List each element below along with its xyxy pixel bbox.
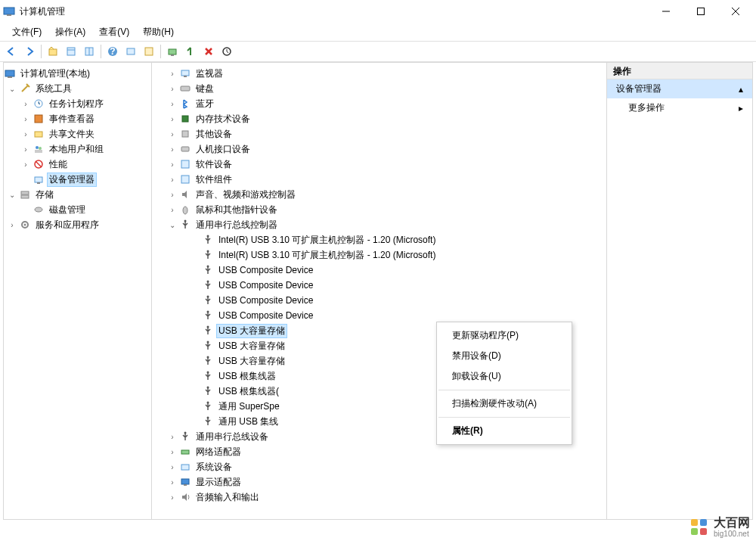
svg-point-56: [207, 356, 209, 359]
expander-icon[interactable]: ›: [167, 98, 178, 109]
device-memory[interactable]: ›内存技术设备: [152, 111, 606, 126]
toolbar-icon-a[interactable]: [122, 43, 139, 60]
clock-icon: [33, 98, 45, 110]
device-tree[interactable]: ›监视器›键盘›蓝牙›内存技术设备›其他设备›人机接口设备›软件设备›软件组件›…: [152, 63, 607, 519]
device-network[interactable]: ›网络适配器: [152, 444, 606, 459]
expander-icon[interactable]: ›: [167, 159, 178, 169]
device-monitor[interactable]: ›监视器: [152, 66, 606, 81]
expander-icon[interactable]: ›: [167, 446, 178, 457]
expander-icon[interactable]: ›: [167, 462, 178, 472]
usb-icon: [202, 325, 214, 337]
disk-management-node[interactable]: 磁盘管理: [4, 202, 151, 217]
device-usb_comp4[interactable]: ·USB Composite Device: [152, 308, 606, 323]
expander-icon[interactable]: ›: [167, 68, 178, 79]
device-bluetooth[interactable]: ›蓝牙: [152, 96, 606, 111]
device-usb_comp3[interactable]: ·USB Composite Device: [152, 293, 606, 308]
expander-icon[interactable]: ›: [20, 129, 31, 139]
device-usb_comp1[interactable]: ·USB Composite Device: [152, 263, 606, 278]
expander-icon[interactable]: ›: [167, 492, 178, 502]
device-audio_io[interactable]: ›音频输入和输出: [152, 490, 606, 505]
expander-icon[interactable]: ›: [20, 113, 31, 124]
actions-more[interactable]: 更多操作 ▸: [607, 98, 752, 117]
usb-icon: [202, 340, 214, 352]
menu-help[interactable]: 帮助(H): [137, 23, 180, 41]
refresh-button[interactable]: [218, 43, 235, 60]
svg-rect-69: [700, 528, 707, 535]
svg-rect-38: [181, 70, 189, 76]
actions-header: 操作: [607, 63, 752, 79]
enable-button[interactable]: [182, 43, 199, 60]
scan-button[interactable]: [164, 43, 181, 60]
device-other[interactable]: ›其他设备: [152, 126, 606, 141]
device-usb_intel1[interactable]: ·Intel(R) USB 3.10 可扩展主机控制器 - 1.20 (Micr…: [152, 232, 606, 247]
menu-file[interactable]: 文件(F): [6, 23, 48, 41]
expander-icon[interactable]: ⌄: [167, 219, 178, 230]
expander-icon[interactable]: ›: [20, 144, 31, 154]
usb-icon: [202, 355, 214, 367]
back-button[interactable]: [3, 43, 20, 60]
system-tools-node[interactable]: ⌄ 系统工具: [4, 81, 151, 96]
expander-icon[interactable]: ›: [7, 219, 17, 230]
device-usb_comp2[interactable]: ·USB Composite Device: [152, 278, 606, 293]
expander-icon[interactable]: ›: [167, 144, 178, 154]
device-mouse[interactable]: ›鼠标和其他指针设备: [152, 202, 606, 217]
services-node[interactable]: › 服务和应用程序: [4, 217, 151, 232]
maximize-button[interactable]: [683, 0, 718, 23]
keyboard-icon: [179, 82, 191, 95]
expander-icon[interactable]: ›: [167, 83, 178, 94]
list-button[interactable]: [81, 43, 98, 60]
expander-icon[interactable]: ⌄: [7, 189, 17, 200]
expander-icon[interactable]: ›: [167, 174, 178, 185]
sound-icon: [179, 188, 191, 201]
device-software_comp[interactable]: ›软件组件: [152, 172, 606, 187]
expander-icon[interactable]: ›: [20, 159, 31, 169]
usb-icon: [202, 294, 214, 306]
forward-button[interactable]: [21, 43, 38, 60]
local-users-node[interactable]: › 本地用户和组: [4, 141, 151, 157]
shared-folders-node[interactable]: › 共享文件夹: [4, 126, 151, 141]
device-keyboard[interactable]: ›键盘: [152, 81, 606, 96]
device-manager-node[interactable]: 设备管理器: [4, 172, 151, 187]
ctx-disable-device[interactable]: 禁用设备(D): [437, 346, 572, 366]
expander-icon[interactable]: ›: [167, 204, 178, 215]
event-viewer-node[interactable]: › 事件查看器: [4, 111, 151, 126]
svg-rect-7: [67, 48, 75, 55]
help-button[interactable]: ?: [104, 43, 121, 60]
task-scheduler-node[interactable]: › 任务计划程序: [4, 96, 151, 111]
minimize-button[interactable]: [649, 0, 683, 23]
device-sound[interactable]: ›声音、视频和游戏控制器: [152, 187, 606, 202]
ctx-scan-hardware[interactable]: 扫描检测硬件改动(A): [437, 393, 572, 414]
device-software_dev[interactable]: ›软件设备: [152, 157, 606, 172]
menu-view[interactable]: 查看(V): [93, 23, 135, 41]
expander-icon[interactable]: ›: [167, 189, 178, 200]
ctx-update-driver[interactable]: 更新驱动程序(P): [437, 325, 572, 346]
storage-node[interactable]: ⌄ 存储: [4, 187, 151, 202]
device-system[interactable]: ›系统设备: [152, 459, 606, 474]
up-button[interactable]: [45, 43, 61, 60]
device-usb_ctrl[interactable]: ⌄通用串行总线控制器: [152, 217, 606, 232]
ctx-uninstall-device[interactable]: 卸载设备(U): [437, 366, 572, 387]
expander-icon[interactable]: ⌄: [7, 83, 17, 94]
performance-node[interactable]: › 性能: [4, 157, 151, 172]
device-hid[interactable]: ›人机接口设备: [152, 141, 606, 157]
device-display[interactable]: ›显示适配器: [152, 474, 606, 490]
device-usb_intel2[interactable]: ·Intel(R) USB 3.10 可扩展主机控制器 - 1.20 (Micr…: [152, 247, 606, 263]
expander-icon[interactable]: ›: [167, 129, 178, 139]
toolbar-icon-b[interactable]: [141, 43, 157, 60]
root-node[interactable]: 计算机管理(本地): [4, 66, 151, 81]
ctx-properties[interactable]: 属性(R): [437, 421, 572, 441]
expander-icon[interactable]: ›: [20, 98, 31, 109]
hid-icon: [179, 143, 191, 155]
expander-icon[interactable]: ›: [167, 431, 178, 442]
menu-action[interactable]: 操作(A): [49, 23, 91, 41]
expander-icon[interactable]: ›: [167, 113, 178, 124]
svg-point-46: [183, 207, 187, 214]
chip-icon: [179, 113, 191, 125]
console-tree[interactable]: 计算机管理(本地) ⌄ 系统工具 › 任务计划程序 › 事件查看器 › 共享文件…: [4, 63, 152, 519]
close-button[interactable]: [718, 0, 753, 23]
properties-button[interactable]: [63, 43, 79, 60]
disable-button[interactable]: [200, 43, 217, 60]
expander-icon[interactable]: ›: [167, 477, 178, 487]
actions-device-manager[interactable]: 设备管理器 ▴: [607, 79, 752, 98]
svg-point-48: [207, 235, 209, 238]
